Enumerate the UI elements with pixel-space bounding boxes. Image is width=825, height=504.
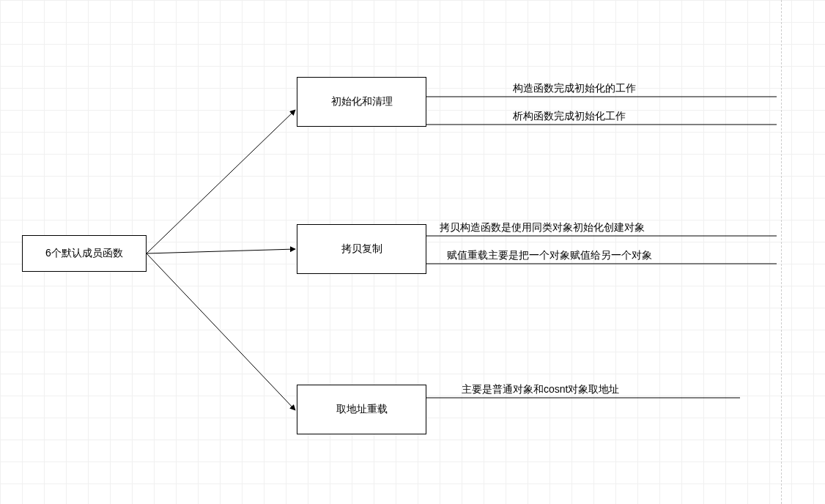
note-text: 拷贝构造函数是使用同类对象初始化创建对象 <box>440 221 645 234</box>
branch-node-copy: 拷贝复制 <box>297 224 426 274</box>
page-boundary-dashed <box>781 0 782 504</box>
root-node: 6个默认成员函数 <box>22 235 147 272</box>
root-node-label: 6个默认成员函数 <box>45 247 123 260</box>
branch-label: 拷贝复制 <box>341 242 382 256</box>
note-text: 构造函数完成初始化的工作 <box>513 82 636 95</box>
branch-label: 取地址重载 <box>336 403 388 416</box>
note-text: 赋值重载主要是把一个对象赋值给另一个对象 <box>447 249 652 262</box>
branch-node-init-cleanup: 初始化和清理 <box>297 77 426 127</box>
note-text: 主要是普通对象和cosnt对象取地址 <box>462 383 619 396</box>
branch-node-address-overload: 取地址重载 <box>297 385 426 434</box>
note-text: 析构函数完成初始化工作 <box>513 110 626 123</box>
branch-label: 初始化和清理 <box>331 95 393 108</box>
